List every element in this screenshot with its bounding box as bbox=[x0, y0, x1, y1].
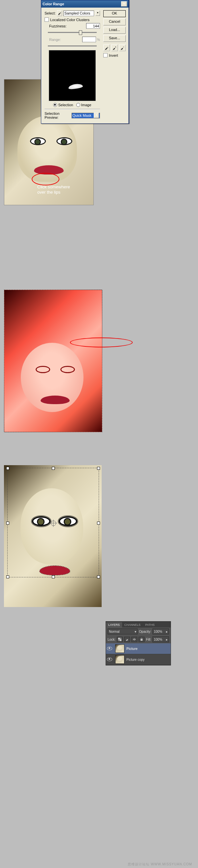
tab-channels[interactable]: CHANNELS bbox=[122, 622, 143, 627]
transform-handle[interactable] bbox=[97, 522, 100, 525]
selection-preview-image bbox=[49, 50, 96, 101]
chevron-down-icon: ▾ bbox=[94, 113, 99, 118]
layer-thumbnail bbox=[115, 655, 124, 664]
tab-layers[interactable]: LAYERS bbox=[106, 622, 122, 627]
layer-name[interactable]: Picture copy bbox=[126, 658, 145, 661]
preview-mode-radios: Selection Image bbox=[45, 103, 100, 107]
eye-right bbox=[56, 137, 72, 145]
layers-panel: LAYERS CHANNELS PATHS Normal▾ Opacity: 1… bbox=[106, 621, 171, 665]
transform-bounding-box[interactable] bbox=[7, 468, 99, 577]
dialog-title: Color Range bbox=[43, 2, 64, 6]
select-label: Select: bbox=[45, 11, 56, 15]
layer-thumbnail bbox=[115, 644, 124, 653]
transform-handle[interactable] bbox=[6, 522, 9, 525]
svg-rect-1 bbox=[118, 638, 120, 639]
radio-image[interactable] bbox=[76, 103, 80, 107]
eyedropper-icon bbox=[57, 10, 62, 16]
blend-mode-dropdown[interactable]: Normal▾ bbox=[108, 628, 138, 634]
fill-input[interactable]: 100%▸ bbox=[152, 637, 169, 642]
close-button[interactable]: × bbox=[121, 1, 127, 7]
watermark: 思维设计论坛 WWW.MISSYUAN.COM bbox=[0, 862, 198, 867]
opacity-input[interactable]: 100%▸ bbox=[152, 628, 169, 634]
svg-rect-3 bbox=[141, 639, 143, 641]
lock-pixels-icon[interactable] bbox=[124, 637, 130, 642]
radio-selection[interactable] bbox=[53, 103, 57, 107]
dialog-titlebar[interactable]: Color Range × bbox=[41, 0, 129, 8]
annotation-text: Click somewhereover the lips bbox=[37, 184, 70, 195]
transform-handle[interactable] bbox=[52, 576, 55, 578]
fuzziness-input[interactable] bbox=[86, 23, 100, 29]
dropdown-arrow-icon[interactable]: ▾ bbox=[95, 10, 100, 16]
fill-label: Fill: bbox=[146, 638, 151, 641]
opacity-label: Opacity: bbox=[139, 630, 151, 633]
eye-left bbox=[36, 366, 50, 373]
layer-name[interactable]: Picture bbox=[126, 647, 138, 651]
radio-image-label: Image bbox=[81, 103, 91, 107]
eye-right bbox=[60, 366, 75, 373]
transform-handle[interactable] bbox=[6, 467, 9, 470]
lock-all-icon[interactable] bbox=[139, 637, 145, 642]
color-range-dialog-2: Color Range × Select: Sampled Colors ▾ L… bbox=[41, 0, 129, 124]
transform-handle[interactable] bbox=[97, 576, 100, 578]
transform-center-icon[interactable] bbox=[51, 521, 56, 526]
dialog-button-column: OK Cancel Load... Save... Invert bbox=[103, 10, 126, 59]
eye-left bbox=[30, 137, 46, 145]
select-dropdown[interactable]: Sampled Colors bbox=[63, 10, 94, 16]
annotation-oval bbox=[70, 338, 133, 347]
selection-preview-dropdown[interactable]: Quick Mask▾ bbox=[72, 113, 100, 118]
range-input bbox=[82, 37, 96, 42]
transform-handle[interactable] bbox=[52, 467, 55, 470]
save-button[interactable]: Save... bbox=[103, 35, 126, 42]
range-unit: % bbox=[97, 38, 100, 41]
ok-button[interactable]: OK bbox=[103, 10, 126, 17]
eye-icon bbox=[107, 647, 112, 650]
fuzziness-slider[interactable] bbox=[48, 30, 97, 35]
localized-label: Localized Color Clusters bbox=[50, 18, 89, 22]
layer-row[interactable]: Picture copy bbox=[106, 654, 171, 665]
layer-visibility-toggle[interactable] bbox=[106, 647, 113, 651]
eyedropper-minus-icon[interactable] bbox=[119, 44, 126, 51]
range-slider bbox=[48, 43, 97, 48]
cancel-button[interactable]: Cancel bbox=[103, 19, 126, 25]
eyedropper-plus-icon[interactable] bbox=[111, 44, 118, 51]
lock-transparency-icon[interactable] bbox=[117, 637, 123, 642]
tab-paths[interactable]: PATHS bbox=[143, 622, 157, 627]
photo-step-2 bbox=[4, 290, 102, 432]
localized-checkbox[interactable] bbox=[45, 18, 49, 22]
layer-row[interactable]: Picture bbox=[106, 643, 171, 654]
invert-label: Invert bbox=[109, 54, 118, 57]
slider-thumb[interactable] bbox=[79, 30, 82, 35]
transform-handle[interactable] bbox=[6, 576, 9, 578]
fuzziness-label: Fuzziness: bbox=[49, 24, 67, 28]
invert-checkbox[interactable] bbox=[103, 53, 108, 57]
svg-rect-2 bbox=[120, 639, 121, 641]
lock-label: Lock: bbox=[108, 638, 115, 641]
selection-preview-label: Selection Preview: bbox=[45, 112, 70, 119]
lips bbox=[40, 396, 69, 404]
eye-icon bbox=[107, 657, 112, 661]
transform-handle[interactable] bbox=[97, 467, 100, 470]
panel-tabs: LAYERS CHANNELS PATHS bbox=[106, 622, 171, 627]
layer-list: Picture Picture copy bbox=[106, 643, 171, 665]
annotation-circle bbox=[32, 173, 59, 185]
radio-selection-label: Selection bbox=[58, 103, 73, 107]
load-button[interactable]: Load... bbox=[103, 27, 126, 34]
layer-visibility-toggle[interactable] bbox=[106, 657, 113, 662]
eyedropper-icon[interactable] bbox=[103, 44, 110, 51]
lock-position-icon[interactable] bbox=[131, 637, 137, 642]
range-label: Range: bbox=[49, 38, 61, 41]
